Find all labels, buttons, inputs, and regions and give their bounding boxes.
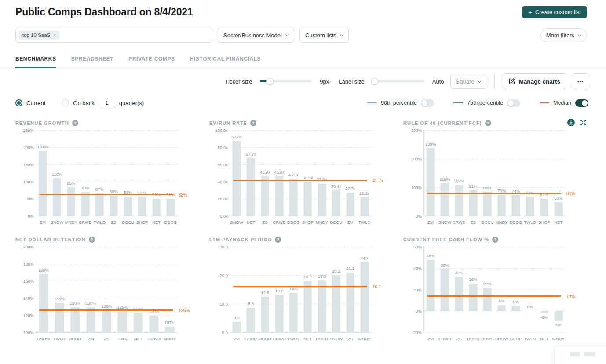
median-line xyxy=(233,180,367,181)
tab-spreadsheet[interactable]: SPREADSHEET xyxy=(71,53,114,68)
median-line xyxy=(39,309,173,311)
bar-SHOP xyxy=(138,197,146,216)
x-axis-label-TWLO: TWLO xyxy=(358,220,370,225)
y-axis-tick-label: 20.0x xyxy=(209,197,228,201)
download-icon[interactable] xyxy=(567,119,575,128)
bar-value-label: 84% xyxy=(483,186,492,190)
chart-title: NET DOLLAR RETENTION xyxy=(15,237,86,242)
gridline xyxy=(423,247,566,247)
x-axis-label-CRWD: CRWD xyxy=(273,336,285,341)
bar-ZM xyxy=(427,260,435,311)
filter-search-input[interactable]: top 10 SaaS × xyxy=(15,28,212,43)
bar-value-label: 48% xyxy=(427,253,435,258)
bar-NET xyxy=(540,311,548,313)
x-axis-label-ZS: ZS xyxy=(263,220,268,225)
bar-ZM xyxy=(86,307,95,333)
bar-value-label: -2% xyxy=(540,315,548,320)
x-axis-label-SNOW: SNOW xyxy=(230,220,243,225)
bar-value-label: 46.9x xyxy=(260,170,270,175)
page-title: Public Comps Dashboard on 8/4/2021 xyxy=(15,6,193,18)
bar-ZS xyxy=(261,176,269,216)
create-custom-list-button[interactable]: + Create custom list xyxy=(522,6,587,18)
bar-value-label: 130% xyxy=(70,301,80,306)
toggle-knob xyxy=(422,100,427,106)
chart-revenue-growth: REVENUE GROWTH?0%50%100%150%200%250%191%… xyxy=(15,119,199,228)
x-axis-label-SHOP: SHOP xyxy=(245,336,257,341)
chart-ev-run-rate: EV/RUN RATE?0.0x20.0x40.0x60.0x80.0x100.… xyxy=(209,119,393,228)
75th-percentile-toggle[interactable] xyxy=(507,99,520,107)
filter-tag-label: top 10 SaaS xyxy=(22,33,50,38)
tab-benchmarks[interactable]: BENCHMARKS xyxy=(15,53,56,68)
bar-ZS xyxy=(346,273,354,333)
sector-business-model-dropdown[interactable]: Sector/Business Model xyxy=(218,28,294,43)
fullscreen-icon[interactable] xyxy=(580,119,587,127)
radio-unselected-icon[interactable] xyxy=(62,99,69,106)
bar-ZM xyxy=(233,322,241,333)
x-axis-label-SNOW: SNOW xyxy=(329,336,343,341)
remove-tag-icon[interactable]: × xyxy=(53,33,56,38)
bar-CRWD xyxy=(455,185,463,216)
bar-value-label: 126% xyxy=(101,304,112,309)
shape-select[interactable]: Square xyxy=(450,74,487,89)
y-axis-tick-label: 200% xyxy=(15,244,34,249)
help-icon[interactable]: ? xyxy=(250,120,256,126)
x-axis-label-ZS: ZS xyxy=(471,220,476,225)
gridline xyxy=(423,268,566,269)
x-axis-label-NET: NET xyxy=(247,220,255,225)
x-axis-label-CRWD: CRWD xyxy=(79,220,91,225)
bar-DDOG xyxy=(289,179,298,216)
bar-value-label: 24.7 xyxy=(361,255,369,260)
go-back-quarters-input[interactable]: 1 xyxy=(99,99,115,106)
more-filters-dropdown[interactable]: More filters xyxy=(540,28,587,42)
label-size-slider[interactable] xyxy=(372,80,424,82)
slider-handle[interactable] xyxy=(371,78,378,85)
median-value-label: 14% xyxy=(566,294,586,299)
bar-MNDY xyxy=(67,187,75,216)
go-back-suffix: quarter(s) xyxy=(119,100,144,106)
corner-popup[interactable] xyxy=(555,346,606,364)
x-axis-label-SHOP: SHOP xyxy=(538,220,550,225)
x-axis-labels: SNOWNETZSCRWDDDOGSHOPMNDYDOCUZMTWLO xyxy=(230,220,372,228)
legend-label: 90th percentile xyxy=(381,100,417,106)
manage-charts-button[interactable]: Manage charts xyxy=(503,73,566,89)
tab-private-comps[interactable]: PRIVATE COMPS xyxy=(128,53,175,68)
chart-title: EV/RUN RATE xyxy=(209,120,247,126)
radio-current[interactable]: Current xyxy=(15,99,45,106)
median-line xyxy=(427,193,561,194)
help-icon[interactable]: ? xyxy=(89,237,95,243)
radio-selected-icon[interactable] xyxy=(15,99,22,106)
x-axis-label-TWLO: TWLO xyxy=(524,220,536,225)
bar-DDOG xyxy=(483,288,492,312)
custom-lists-dropdown[interactable]: Custom lists xyxy=(299,28,349,43)
divider xyxy=(494,73,495,90)
tab-historical-financials[interactable]: HISTORICAL FINANCIALS xyxy=(190,53,261,68)
x-axis-labels: ZMSHOPDDOGCRWDTWLONETDOCUSNOWZSMNDY xyxy=(230,336,372,344)
bar-value-label: 8.8 xyxy=(248,301,254,306)
x-axis-label-TWLO: TWLO xyxy=(53,336,65,341)
help-icon[interactable]: ? xyxy=(72,120,78,126)
bar-value-label: 6% xyxy=(499,298,505,303)
radio-go-back[interactable]: Go back 1 quarter(s) xyxy=(62,99,144,106)
x-axis-label-ZS: ZS xyxy=(111,220,117,225)
help-icon[interactable]: ? xyxy=(492,237,498,243)
ticker-size-slider[interactable] xyxy=(260,80,312,82)
x-axis-label-MNDY: MNDY xyxy=(316,220,328,225)
help-icon[interactable]: ? xyxy=(485,120,491,126)
bar-ZM xyxy=(39,151,47,216)
bar-value-label: 30.4x xyxy=(331,184,341,189)
y-axis-tick-label: 100% xyxy=(403,185,422,190)
help-icon[interactable]: ? xyxy=(275,237,281,243)
bar-MNDY xyxy=(318,184,326,216)
slider-handle[interactable] xyxy=(266,78,274,85)
filter-tag[interactable]: top 10 SaaS × xyxy=(19,31,59,40)
more-options-button[interactable]: ••• xyxy=(573,73,588,89)
x-axis-label-CRWD: CRWD xyxy=(438,336,451,341)
y-axis-tick-label: 40% xyxy=(403,266,422,271)
90th-percentile-toggle[interactable] xyxy=(421,99,434,107)
x-axis-label-CRWD: CRWD xyxy=(147,336,160,341)
period-radio-group: Current Go back 1 quarter(s) xyxy=(15,99,144,106)
bar-TWLO xyxy=(55,303,64,333)
gridline xyxy=(423,159,566,159)
chart-header: EV/RUN RATE? xyxy=(209,119,393,127)
median-toggle[interactable] xyxy=(575,99,588,107)
